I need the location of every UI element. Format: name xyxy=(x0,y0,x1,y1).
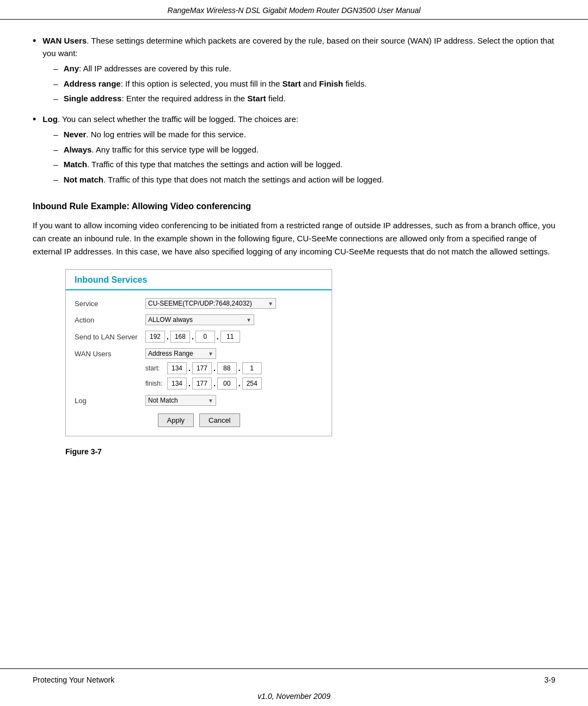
log-row: Log Not Match ▼ xyxy=(75,395,323,406)
list-item-wan-users: • WAN Users. These settings determine wh… xyxy=(33,35,555,108)
ip-dot: . xyxy=(188,364,191,373)
finish-ip-octet-4[interactable] xyxy=(242,378,262,389)
ip-dot: . xyxy=(238,379,241,388)
finish-ip-group: . . . xyxy=(167,378,262,389)
button-row: Apply Cancel xyxy=(75,413,323,427)
sub-item-any-text: Any: All IP addresses are covered by thi… xyxy=(64,63,231,75)
sub-item-single-address-text: Single address: Enter the required addre… xyxy=(64,93,286,105)
sub-item-not-match-text: Not match. Traffic of this type that doe… xyxy=(64,174,384,186)
start-ip-group: . . . xyxy=(167,362,262,374)
sub-item-address-range-text: Address range: If this option is selecte… xyxy=(64,78,367,90)
wan-users-bold: WAN Users xyxy=(42,36,87,45)
footer-wrapper: Protecting Your Network 3-9 v1.0, Novemb… xyxy=(0,668,588,706)
action-select[interactable]: ALLOW always ▼ xyxy=(145,314,254,325)
bullet-dot-log: • xyxy=(33,112,36,127)
inbound-services-box: Inbound Services Service CU-SEEME(TCP/UD… xyxy=(65,269,332,436)
action-label: Action xyxy=(75,316,145,324)
start-label: start: xyxy=(145,364,167,372)
start-ip-octet-1[interactable] xyxy=(167,362,187,374)
log-control: Not Match ▼ xyxy=(145,395,323,406)
header-bar: RangeMax Wireless-N DSL Gigabit Modem Ro… xyxy=(0,0,588,20)
lan-ip-octet-4[interactable] xyxy=(220,331,240,343)
service-select[interactable]: CU-SEEME(TCP/UDP:7648,24032) ▼ xyxy=(145,298,276,309)
sub-item-never: – Never. No log entries will be made for… xyxy=(53,129,384,141)
footer-left: Protecting Your Network xyxy=(33,675,114,684)
dash: – xyxy=(53,129,58,141)
log-arrow-icon: ▼ xyxy=(205,398,213,404)
log-value: Not Match xyxy=(148,397,178,404)
ip-dot: . xyxy=(217,332,219,341)
sub-item-any: – Any: All IP addresses are covered by t… xyxy=(53,63,555,75)
log-select[interactable]: Not Match ▼ xyxy=(145,395,216,406)
lan-ip-octet-2[interactable] xyxy=(170,331,190,343)
finish-ip-octet-1[interactable] xyxy=(167,378,187,389)
log-bold: Log xyxy=(42,114,58,124)
service-value: CU-SEEME(TCP/UDP:7648,24032) xyxy=(148,300,252,307)
sub-item-single-address: – Single address: Enter the required add… xyxy=(53,93,555,105)
figure-label: Figure 3-7 xyxy=(65,447,555,456)
lan-ip-group: . . . xyxy=(145,331,240,343)
page-container: RangeMax Wireless-N DSL Gigabit Modem Ro… xyxy=(0,0,588,706)
lan-ip-octet-1[interactable] xyxy=(145,331,165,343)
cancel-button[interactable]: Cancel xyxy=(199,413,240,427)
ip-dot: . xyxy=(188,379,191,388)
ip-dot: . xyxy=(192,332,194,341)
bullet-dot: • xyxy=(33,34,36,48)
sub-item-match-text: Match. Traffic of this type that matches… xyxy=(64,159,343,171)
lan-server-row: Send to LAN Server . . . xyxy=(75,331,323,343)
wan-type-value: Address Range xyxy=(148,350,193,357)
service-control: CU-SEEME(TCP/UDP:7648,24032) ▼ xyxy=(145,298,323,309)
sub-item-never-text: Never. No log entries will be made for t… xyxy=(64,129,246,141)
action-row: Action ALLOW always ▼ xyxy=(75,314,323,325)
apply-button[interactable]: Apply xyxy=(158,413,194,427)
wan-users-control: Address Range ▼ xyxy=(145,348,323,359)
form-body: Service CU-SEEME(TCP/UDP:7648,24032) ▼ A… xyxy=(66,298,332,427)
footer-bar: Protecting Your Network 3-9 xyxy=(0,668,588,689)
log-label: Log xyxy=(75,397,145,405)
wan-sub-list: – Any: All IP addresses are covered by t… xyxy=(53,63,555,105)
start-ip-octet-2[interactable] xyxy=(192,362,212,374)
log-text: Log. You can select whether the traffic … xyxy=(42,113,384,189)
ip-dot: . xyxy=(238,364,241,373)
dash: – xyxy=(53,78,58,90)
lan-ip-octet-3[interactable] xyxy=(195,331,215,343)
log-sub-list: – Never. No log entries will be made for… xyxy=(53,129,384,186)
wan-users-row: WAN Users Address Range ▼ xyxy=(75,348,323,359)
service-row: Service CU-SEEME(TCP/UDP:7648,24032) ▼ xyxy=(75,298,323,309)
finish-ip-octet-3[interactable] xyxy=(217,378,237,389)
wan-users-section: WAN Users Address Range ▼ start: xyxy=(75,348,323,389)
sub-item-address-range: – Address range: If this option is selec… xyxy=(53,78,555,90)
footer-version: v1.0, November 2009 xyxy=(0,689,588,706)
lan-server-control: . . . xyxy=(145,331,323,343)
inbound-services-header: Inbound Services xyxy=(66,270,332,290)
inbound-services-title: Inbound Services xyxy=(75,275,147,284)
action-control: ALLOW always ▼ xyxy=(145,314,323,325)
service-arrow-icon: ▼ xyxy=(265,301,273,307)
main-bullet-list: • WAN Users. These settings determine wh… xyxy=(33,35,555,188)
dash: – xyxy=(53,159,58,171)
header-title: RangeMax Wireless-N DSL Gigabit Modem Ro… xyxy=(168,6,421,15)
service-label: Service xyxy=(75,300,145,308)
action-arrow-icon: ▼ xyxy=(243,317,252,323)
content-area: • WAN Users. These settings determine wh… xyxy=(0,20,588,668)
list-item-log: • Log. You can select whether the traffi… xyxy=(33,113,555,189)
wan-type-select[interactable]: Address Range ▼ xyxy=(145,348,216,359)
dash: – xyxy=(53,174,58,186)
finish-ip-row: finish: . . . xyxy=(145,378,323,389)
footer-right: 3-9 xyxy=(544,675,555,684)
body-text: If you want to allow incoming video conf… xyxy=(33,219,555,258)
wan-users-label: WAN Users xyxy=(75,350,145,358)
start-ip-row: start: . . . xyxy=(145,362,323,374)
finish-label: finish: xyxy=(145,380,167,387)
ip-dot: . xyxy=(213,364,216,373)
start-ip-octet-3[interactable] xyxy=(217,362,237,374)
wan-type-arrow-icon: ▼ xyxy=(205,351,213,357)
start-ip-octet-4[interactable] xyxy=(242,362,262,374)
ip-dot: . xyxy=(167,332,169,341)
finish-ip-octet-2[interactable] xyxy=(192,378,212,389)
dash: – xyxy=(53,144,58,156)
dash: – xyxy=(53,63,58,75)
sub-item-not-match: – Not match. Traffic of this type that d… xyxy=(53,174,384,186)
ip-dot: . xyxy=(213,379,216,388)
sub-item-match: – Match. Traffic of this type that match… xyxy=(53,159,384,171)
